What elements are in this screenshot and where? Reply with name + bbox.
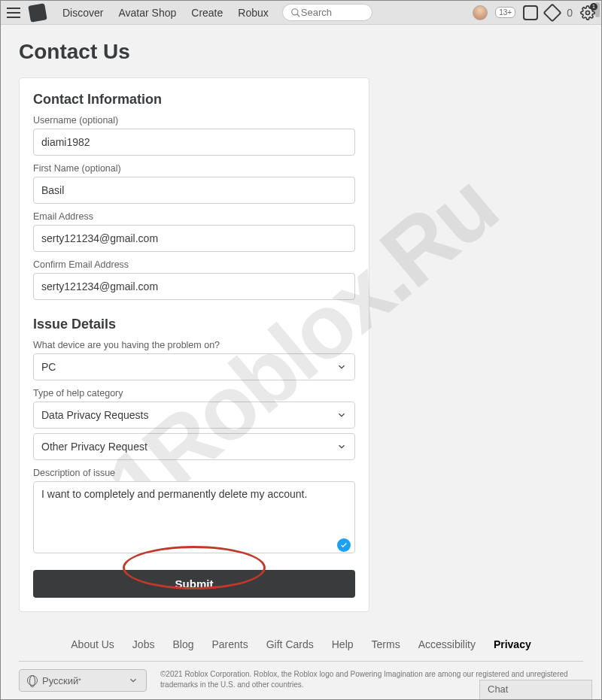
verified-check-icon (337, 538, 351, 552)
footer-links: About Us Jobs Blog Parents Gift Cards He… (19, 638, 583, 650)
chevron-down-icon (336, 362, 347, 372)
top-nav: Discover Avatar Shop Create Robux 13+ 0 … (1, 1, 601, 25)
device-select[interactable]: PC (33, 353, 355, 380)
subcategory-value: Other Privacy Request (41, 441, 147, 453)
nav-links: Discover Avatar Shop Create Robux (62, 7, 269, 19)
email-input[interactable] (33, 225, 355, 252)
robux-count: 0 (567, 7, 573, 19)
nav-robux[interactable]: Robux (238, 7, 268, 19)
confirm-email-input[interactable] (33, 273, 355, 300)
svg-point-2 (586, 11, 590, 14)
chevron-down-icon (336, 441, 347, 452)
avatar[interactable] (473, 5, 488, 20)
chevron-down-icon (336, 410, 347, 420)
logo-icon[interactable] (28, 3, 47, 22)
footer-privacy[interactable]: Privacy (494, 638, 531, 650)
language-select[interactable]: Русский* (19, 669, 147, 692)
search-icon (290, 8, 301, 18)
firstname-input[interactable] (33, 177, 355, 204)
page-title: Contact Us (19, 40, 583, 64)
settings-icon[interactable]: 1 (580, 5, 595, 20)
footer-divider (19, 661, 583, 662)
footer-parents[interactable]: Parents (211, 638, 248, 650)
footer-jobs[interactable]: Jobs (132, 638, 155, 650)
footer-blog[interactable]: Blog (172, 638, 193, 650)
footer-about[interactable]: About Us (71, 638, 114, 650)
robux-icon[interactable] (543, 3, 561, 22)
category-select[interactable]: Data Privacy Requests (33, 402, 355, 429)
contact-form-card: Contact Information Username (optional) … (19, 77, 369, 612)
svg-point-0 (292, 8, 298, 14)
search-box[interactable] (282, 4, 372, 21)
category-label: Type of help category (33, 388, 355, 398)
nav-create[interactable]: Create (191, 7, 223, 19)
subcategory-select[interactable]: Other Privacy Request (33, 433, 355, 460)
chat-bar[interactable]: Chat (479, 680, 592, 699)
page-content: Contact Us Contact Information Username … (1, 25, 601, 627)
svg-line-1 (297, 14, 300, 17)
section-contact-info: Contact Information (33, 92, 355, 108)
nav-right: 13+ 0 1 (473, 5, 595, 20)
device-value: PC (41, 361, 56, 373)
settings-badge: 1 (590, 3, 597, 11)
globe-icon (27, 675, 38, 686)
username-input[interactable] (33, 129, 355, 156)
search-input[interactable] (301, 7, 361, 18)
section-issue-details: Issue Details (33, 317, 355, 332)
footer-help[interactable]: Help (332, 638, 354, 650)
confirm-email-label: Confirm Email Address (33, 259, 355, 270)
language-value: Русский (42, 675, 78, 686)
footer-terms[interactable]: Terms (372, 638, 400, 650)
nav-discover[interactable]: Discover (62, 7, 103, 19)
username-label: Username (optional) (33, 115, 355, 126)
category-value: Data Privacy Requests (41, 409, 148, 421)
email-label: Email Address (33, 211, 355, 222)
footer-giftcards[interactable]: Gift Cards (266, 638, 314, 650)
description-label: Description of issue (33, 468, 355, 478)
chevron-down-icon (128, 675, 138, 686)
submit-button[interactable]: Submit (33, 570, 355, 598)
footer-accessibility[interactable]: Accessibility (418, 638, 476, 650)
description-textarea[interactable] (33, 481, 355, 553)
nav-avatar-shop[interactable]: Avatar Shop (118, 7, 176, 19)
notifications-icon[interactable] (523, 5, 538, 20)
age-badge: 13+ (495, 7, 515, 18)
menu-icon[interactable] (7, 8, 20, 18)
firstname-label: First Name (optional) (33, 163, 355, 174)
device-label: What device are you having the problem o… (33, 340, 355, 350)
